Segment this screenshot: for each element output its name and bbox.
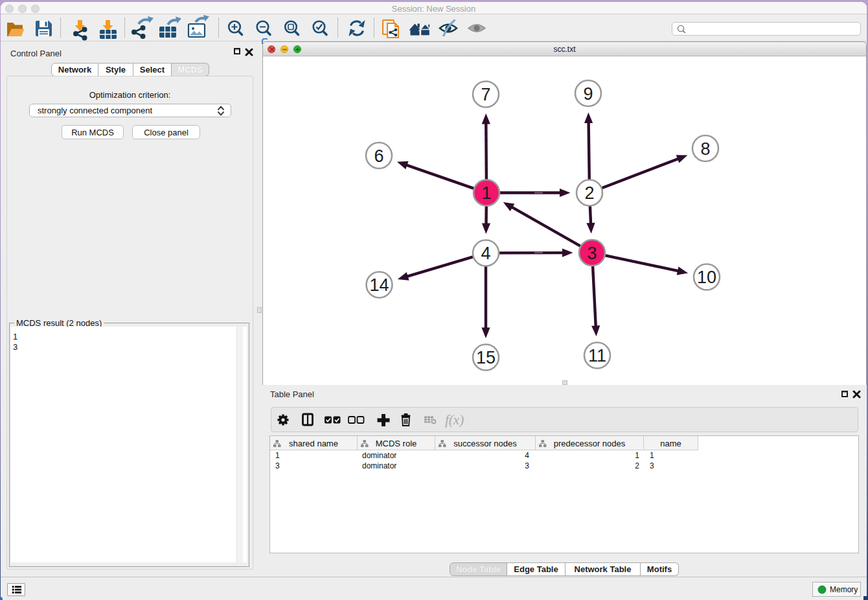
svg-text:11: 11 [588, 346, 606, 365]
svg-text:15: 15 [476, 348, 496, 367]
svg-text:2: 2 [584, 183, 594, 203]
svg-text:14: 14 [369, 275, 389, 295]
svg-text:10: 10 [697, 268, 716, 287]
svg-text:f(x): f(x) [445, 412, 464, 428]
svg-text:8: 8 [700, 139, 710, 159]
svg-text:4: 4 [481, 244, 490, 263]
svg-text:3: 3 [587, 244, 597, 263]
svg-text:6: 6 [374, 146, 383, 166]
svg-text:1: 1 [481, 183, 491, 203]
svg-text:9: 9 [583, 84, 593, 104]
svg-text:7: 7 [481, 85, 490, 104]
